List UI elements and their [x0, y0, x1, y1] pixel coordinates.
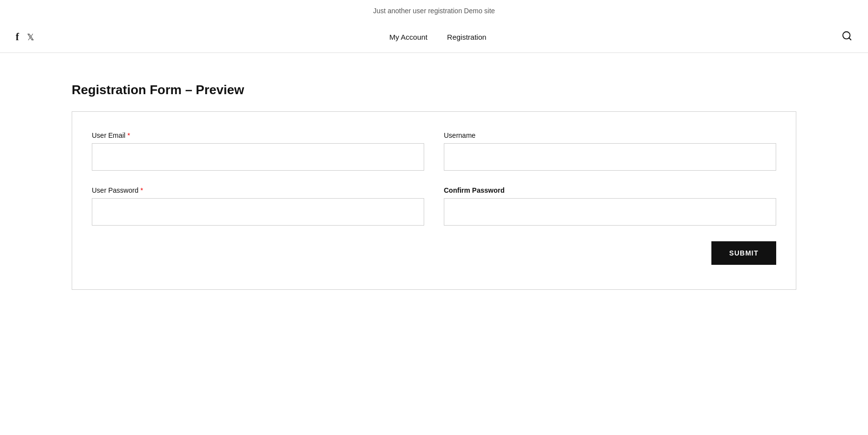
registration-form-container: User Email* Username User Password* [72, 111, 796, 290]
user-email-group: User Email* [92, 131, 424, 171]
svg-line-1 [849, 38, 851, 40]
user-password-input[interactable] [92, 198, 424, 226]
confirm-password-group: Confirm Password [444, 186, 776, 226]
site-header: f 𝕏 My Account Registration [0, 22, 868, 53]
user-password-group: User Password* [92, 186, 424, 226]
form-row-1: User Email* Username [92, 131, 776, 171]
main-content: Registration Form – Preview User Email* … [56, 53, 812, 319]
nav-my-account[interactable]: My Account [389, 33, 428, 41]
username-input[interactable] [444, 143, 776, 171]
user-password-required-star: * [140, 186, 143, 194]
submit-row: SUBMIT [92, 241, 776, 265]
form-title: Registration Form – Preview [72, 82, 796, 98]
username-group: Username [444, 131, 776, 171]
facebook-icon[interactable]: f [16, 31, 19, 43]
form-row-2: User Password* Confirm Password [92, 186, 776, 226]
user-password-label: User Password* [92, 186, 424, 194]
confirm-password-input[interactable] [444, 198, 776, 226]
nav-registration[interactable]: Registration [447, 33, 487, 41]
submit-button[interactable]: SUBMIT [711, 241, 776, 265]
user-email-required-star: * [127, 131, 130, 139]
user-email-input[interactable] [92, 143, 424, 171]
confirm-password-label: Confirm Password [444, 186, 776, 194]
user-email-label: User Email* [92, 131, 424, 139]
twitter-icon[interactable]: 𝕏 [27, 32, 34, 43]
username-label: Username [444, 131, 776, 139]
site-tagline: Just another user registration Demo site [0, 0, 868, 22]
search-icon[interactable] [841, 30, 852, 44]
main-nav: My Account Registration [389, 33, 487, 41]
social-icons: f 𝕏 [16, 31, 34, 43]
